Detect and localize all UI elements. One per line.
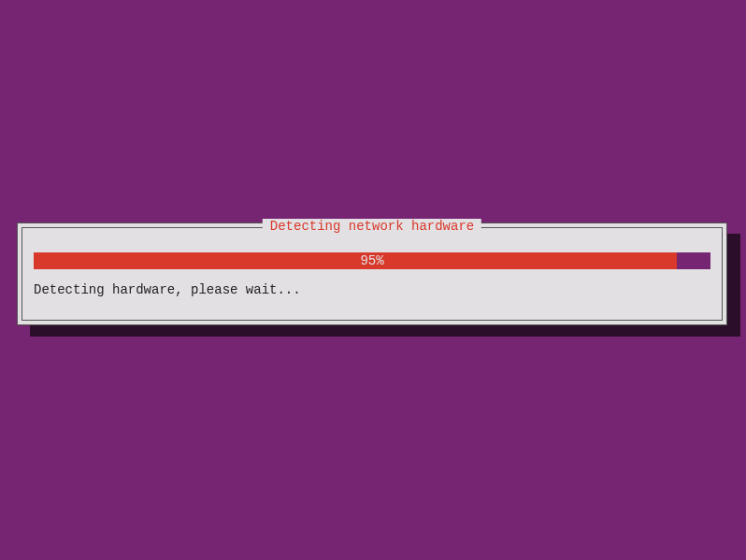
dialog-inner: Detecting network hardware 95% Detecting… [22, 227, 723, 321]
progress-bar: 95% [34, 252, 710, 269]
dialog-box: Detecting network hardware 95% Detecting… [17, 223, 727, 325]
dialog-title: Detecting network hardware [263, 219, 481, 234]
progress-label: 95% [34, 253, 710, 268]
status-text: Detecting hardware, please wait... [34, 282, 710, 297]
